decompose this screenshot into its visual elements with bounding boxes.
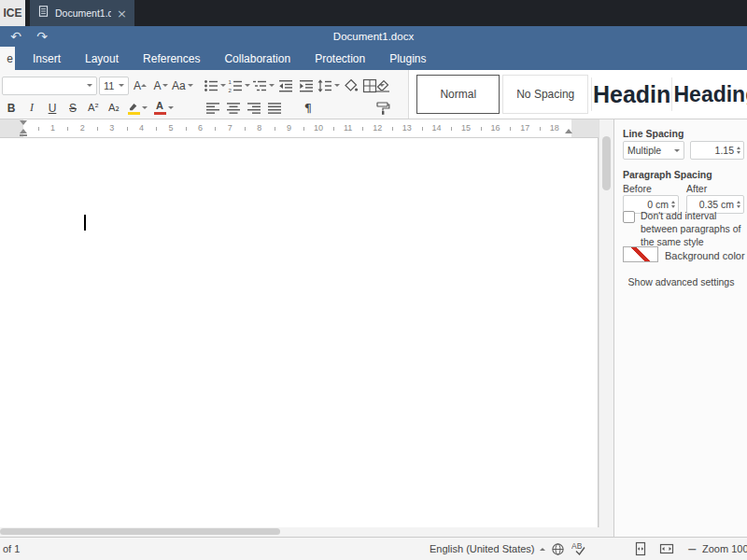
ruler-number: 3 — [109, 123, 114, 133]
ruler-number: 5 — [168, 123, 173, 133]
style-no-spacing[interactable]: No Spacing — [502, 75, 587, 114]
spinner-arrows[interactable] — [737, 201, 740, 208]
background-color-swatch[interactable] — [623, 246, 658, 262]
ruler-tick — [127, 127, 128, 131]
bullet-list-button[interactable] — [204, 76, 226, 95]
horizontal-scrollbar-thumb[interactable] — [0, 528, 280, 535]
no-interval-checkbox[interactable] — [623, 211, 635, 223]
right-indent-marker[interactable] — [565, 129, 572, 133]
line-spacing-icon — [317, 78, 332, 93]
spinner-arrows[interactable] — [671, 201, 675, 208]
multilevel-list-button[interactable] — [252, 76, 275, 95]
tab-layout[interactable]: Layout — [73, 47, 131, 70]
after-label: After — [686, 183, 707, 194]
font-size-combo[interactable]: 11 — [99, 77, 129, 95]
paint-roller-icon — [375, 101, 390, 116]
zoom-out-button[interactable]: − — [687, 538, 698, 560]
caret-down-icon — [674, 149, 680, 152]
ruler-tick — [97, 127, 98, 131]
home-toolbar: 11 A A Aa B I U S A² A₂ A — [0, 70, 747, 119]
ruler-tick — [362, 127, 363, 131]
strikethrough-button[interactable]: S — [63, 98, 82, 118]
nonprinting-characters-button[interactable]: ¶ — [299, 98, 317, 118]
first-line-indent-marker[interactable] — [20, 120, 27, 125]
underline-button[interactable]: U — [43, 98, 62, 118]
horizontal-scrollbar[interactable] — [0, 527, 613, 537]
tab-insert[interactable]: Insert — [21, 47, 73, 70]
align-right-button[interactable] — [245, 98, 263, 118]
tab-home-partial[interactable]: e — [0, 47, 15, 70]
before-label: Before — [623, 183, 652, 194]
spell-checking-button[interactable]: AB — [571, 538, 588, 560]
hanging-indent-marker[interactable] — [20, 129, 27, 133]
font-color-button[interactable]: A — [151, 98, 176, 118]
change-case-button[interactable]: Aa — [172, 76, 193, 95]
align-left-icon — [205, 101, 220, 116]
ruler-tick — [156, 127, 157, 131]
document-page[interactable] — [0, 138, 599, 527]
decrement-font-size-button[interactable]: A — [151, 76, 170, 95]
line-spacing-value: 1.15 — [695, 145, 737, 156]
line-spacing-value-spinner[interactable]: 1.15 — [690, 141, 744, 160]
show-advanced-settings-link[interactable]: Show advanced settings — [614, 276, 747, 287]
letter-a: A — [134, 79, 141, 92]
tab-collaboration[interactable]: Collaboration — [212, 47, 303, 70]
ruler-tick — [540, 127, 541, 131]
paragraph-shading-button[interactable] — [342, 76, 360, 95]
status-bar: of 1 English (United States) AB − Zoom 1… — [0, 537, 747, 560]
align-justify-button[interactable] — [265, 98, 284, 118]
tab-plugins[interactable]: Plugins — [377, 47, 438, 70]
highlight-color-button[interactable] — [125, 98, 149, 118]
fit-width-button[interactable] — [659, 538, 674, 560]
copy-style-button[interactable] — [374, 98, 392, 118]
vertical-scrollbar[interactable] — [599, 119, 613, 527]
language-selector[interactable]: English (United States) — [430, 538, 545, 560]
spinner-arrows[interactable] — [737, 147, 740, 154]
align-left-button[interactable] — [204, 98, 222, 118]
left-indent-marker[interactable] — [20, 134, 27, 136]
line-spacing-button[interactable] — [317, 76, 340, 95]
set-document-language-button[interactable] — [551, 538, 565, 560]
font-color-icon: A — [154, 101, 166, 115]
divider — [591, 77, 592, 111]
ruler-tick — [392, 127, 393, 131]
subscript-button[interactable]: A₂ — [105, 98, 123, 118]
align-center-button[interactable] — [224, 98, 243, 118]
caret-down-icon — [188, 84, 193, 87]
superscript-button[interactable]: A² — [84, 98, 103, 118]
ruler-number: 8 — [257, 123, 261, 133]
ruler-number: 2 — [80, 123, 85, 133]
line-spacing-dropdown[interactable]: Multiple — [623, 141, 684, 160]
caret-down-icon — [142, 106, 148, 109]
tab-references[interactable]: References — [131, 47, 212, 70]
clear-style-button[interactable] — [374, 76, 392, 95]
horizontal-ruler[interactable]: 123456789101112131415161718 — [0, 119, 599, 138]
fit-page-button[interactable] — [633, 538, 648, 560]
ruler-number: 18 — [550, 123, 559, 133]
background-color-label: Background color — [665, 250, 745, 261]
increment-font-size-button[interactable]: A — [131, 76, 149, 95]
highlighter-icon — [127, 102, 140, 115]
numbered-list-button[interactable]: 12 — [228, 76, 250, 95]
document-tab[interactable]: Document1.docx* × — [30, 0, 134, 26]
style-heading2[interactable]: Heading 2 — [673, 75, 747, 114]
vertical-scrollbar-thumb[interactable] — [602, 136, 611, 190]
decrease-indent-button[interactable] — [276, 76, 295, 95]
ruler-number: 9 — [287, 123, 291, 133]
ruler-tick — [481, 127, 482, 131]
style-heading1[interactable]: Heading 1 — [593, 75, 671, 114]
bold-button[interactable]: B — [2, 98, 21, 118]
italic-button[interactable]: I — [22, 98, 41, 118]
shading-icon — [344, 78, 359, 93]
increase-indent-button[interactable] — [297, 76, 316, 95]
tab-protection[interactable]: Protection — [303, 47, 377, 70]
letter-a: A — [153, 79, 161, 92]
style-normal[interactable]: Normal — [416, 75, 500, 114]
title-bar: ↶ ↷ Document1.docx — [0, 26, 747, 47]
ruler-tick — [215, 127, 216, 131]
zoom-value: Zoom 100% — [702, 538, 747, 560]
line-spacing-label: Line Spacing — [623, 128, 684, 139]
close-tab-icon[interactable]: × — [117, 7, 127, 20]
align-justify-icon — [267, 101, 282, 116]
font-name-combo[interactable] — [2, 77, 97, 95]
